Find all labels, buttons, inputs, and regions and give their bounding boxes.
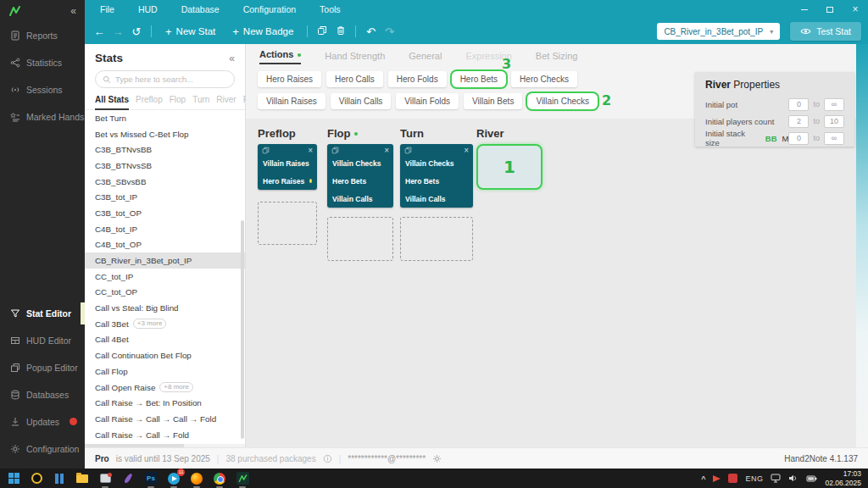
battery-icon[interactable] [806,474,817,483]
firefox-app-icon[interactable] [190,472,203,485]
list-item[interactable]: C4B_tot_OP [85,237,245,253]
card-action-row[interactable]: Villain Calls [327,190,393,208]
card-action-row[interactable]: Villain Calls [400,190,473,208]
back-button[interactable]: ← [90,25,108,38]
stats-filter-tab[interactable]: Preflop [136,95,163,109]
action-button-hero-raises[interactable]: Hero Raises [258,71,321,87]
list-item[interactable]: C3B_tot_OP [85,205,245,221]
list-item[interactable]: Call Raise → Bet: In Position [85,395,245,411]
turn-action-card[interactable]: × Villain ChecksHero BetsVillain Calls [400,144,473,208]
list-item[interactable]: Call 3Bet +3 more [85,316,245,332]
new-stat-button[interactable]: + New Stat [157,26,224,37]
tray-app-icon[interactable] [713,475,721,482]
copy-icon[interactable] [404,147,412,154]
sidebar-item-reports[interactable]: Reports [0,22,85,49]
stats-list-scrollbar[interactable] [241,220,244,439]
action-button-hero-calls[interactable]: Hero Calls [326,71,383,87]
card-action-row[interactable]: Hero Bets [400,172,473,190]
sidebar-item-databases[interactable]: Databases [0,381,85,408]
menu-item[interactable]: Configuration [231,0,308,19]
action-button-villain-raises[interactable]: Villain Raises [258,93,326,109]
gear-icon[interactable] [432,454,442,463]
preflop-action-card[interactable]: × Villain RaisesHero Raises [258,144,317,190]
language-indicator[interactable]: ENG [745,474,763,483]
list-item[interactable]: Bet vs Missed C-Bet Flop [85,126,245,142]
tray-expand-chevron[interactable]: ^ [701,474,705,483]
menu-item[interactable]: Tools [308,0,353,19]
start-button[interactable] [7,472,20,485]
list-item[interactable]: C3B_BTNvsSB [85,158,245,174]
action-button-villain-folds[interactable]: Villain Folds [396,93,459,109]
menu-item[interactable]: HUD [126,0,170,19]
list-item[interactable]: Call Continuation Bet Flop [85,347,245,363]
copy-icon[interactable] [262,147,270,154]
lightshot-app-icon[interactable] [121,472,135,485]
sidebar-item-marked-hands[interactable]: Marked Hands [0,103,85,130]
initial-players-to-input[interactable]: 10 [824,115,844,128]
list-item[interactable]: C4B_tot_IP [85,221,245,237]
menu-item[interactable]: File [88,0,126,19]
flop-action-card[interactable]: × Villain ChecksHero BetsVillain Calls [327,144,393,208]
editor-tab[interactable]: General [409,51,442,64]
action-button-hero-folds[interactable]: Hero Folds [388,71,447,87]
list-item[interactable]: CC_tot_IP [85,269,245,285]
info-icon[interactable] [323,454,332,463]
initial-players-from-input[interactable]: 2 [788,115,809,128]
close-icon[interactable]: × [308,147,313,155]
turn-empty-slot[interactable] [400,217,473,261]
photoshop-app-icon[interactable]: Ps [144,472,158,485]
sidebar-item-hud-editor[interactable]: HUD Editor [0,327,85,354]
card-action-row[interactable]: Hero Bets [327,172,393,190]
taskview-app-icon[interactable] [53,472,66,485]
snip-app-icon[interactable] [98,472,112,485]
list-item[interactable]: Call 4Bet [85,332,245,348]
editor-tab[interactable]: Actions [259,49,301,64]
unit-bb-toggle[interactable]: BB [765,134,777,143]
search-input[interactable] [115,75,227,84]
action-button-hero-bets[interactable]: Hero Bets 3 [452,71,506,87]
close-button[interactable]: × [843,0,868,19]
chrome-app-icon[interactable] [213,472,226,485]
action-button-villain-checks[interactable]: Villain Checks 2 [527,93,598,109]
list-item[interactable]: Call Raise → Call → Fold [85,427,245,443]
maximize-button[interactable] [817,0,843,19]
initial-stack-to-input[interactable]: ∞ [824,132,844,145]
list-item[interactable]: Call Flop [85,363,245,380]
test-stat-button[interactable]: Test Stat [790,22,861,41]
preflop-empty-slot[interactable] [258,202,317,245]
minimize-button[interactable] [792,0,817,19]
list-item[interactable]: C3B_BTNvsBB [85,141,245,158]
card-action-row[interactable]: Villain Checks [327,154,393,172]
list-item[interactable]: Call Raise → Call → Call → Fold [85,411,245,427]
stats-panel-collapse-button[interactable]: « [229,53,235,64]
flop-empty-slot[interactable] [327,217,393,261]
initial-pot-to-input[interactable]: ∞ [824,98,844,111]
telegram-app-icon[interactable]: 11 [167,472,181,485]
monitor-icon[interactable] [771,474,781,483]
delete-button[interactable] [331,25,350,38]
close-icon[interactable]: × [384,147,389,155]
history-button[interactable]: ↺ [127,25,146,38]
unit-m-toggle[interactable]: M [782,134,789,143]
stats-filter-tab[interactable]: Flop [170,95,186,109]
current-stat-dropdown[interactable]: CB_River_in_3Bet_pot_IP ▾ [657,23,780,40]
close-icon[interactable]: × [464,147,469,155]
speaker-icon[interactable] [788,474,798,483]
initial-pot-from-input[interactable]: 0 [788,98,809,111]
stats-filter-tab[interactable]: All Stats [95,95,129,110]
stats-filter-tab[interactable]: River [216,95,236,109]
tray-app-icon[interactable] [728,474,737,483]
undo-button[interactable]: ↶ [361,25,380,38]
sidebar-item-popup-editor[interactable]: Popup Editor [0,354,85,381]
action-button-villain-bets[interactable]: Villain Bets [464,93,522,109]
list-item[interactable]: Call vs Steal: Big Blind [85,300,245,316]
copy-button[interactable] [313,25,331,38]
sidebar-item-statistics[interactable]: Statistics [0,49,85,76]
action-button-hero-checks[interactable]: Hero Checks [511,71,577,87]
security-app-icon[interactable] [30,472,43,485]
sidebar-item-updates[interactable]: Updates [0,408,85,435]
editor-tab[interactable]: Bet Sizing [536,51,578,64]
list-item[interactable]: C3B_SBvsBB [85,174,245,190]
sidebar-collapse-button[interactable]: « [70,5,76,17]
card-action-row[interactable]: Villain Checks [400,154,473,172]
